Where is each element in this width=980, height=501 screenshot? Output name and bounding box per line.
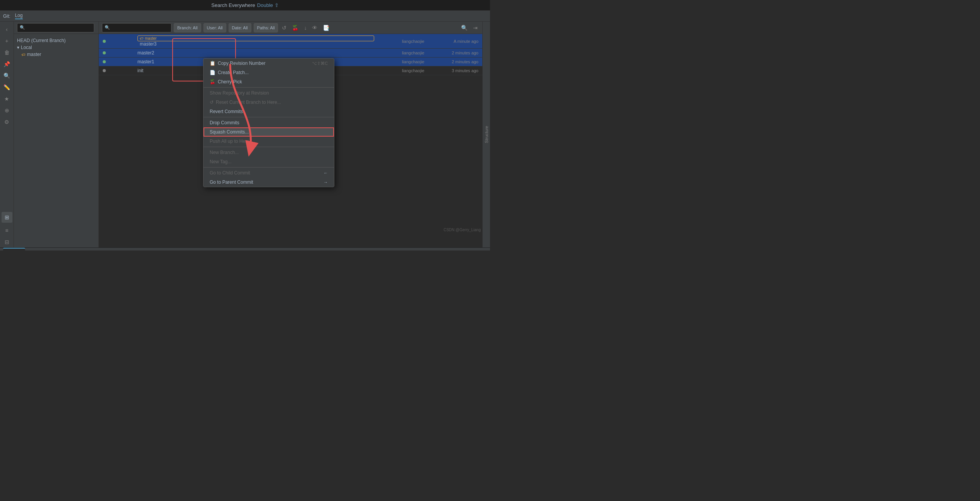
cherry-icon: 🍒 xyxy=(210,79,215,85)
commit-time: A minute ago xyxy=(428,39,478,44)
cherry-pick-label: Cherry-Pick xyxy=(218,79,242,85)
context-copy-revision[interactable]: 📋 Copy Revision Number ⌥⇧⌘C xyxy=(203,59,334,68)
eye-icon[interactable]: 👁 xyxy=(310,24,319,32)
date-filter[interactable]: Date: All xyxy=(229,23,251,32)
local-section[interactable]: ▾ Local xyxy=(14,44,98,51)
commit-graph-col xyxy=(103,40,134,43)
delete-button[interactable]: 🗑 xyxy=(2,47,12,58)
commit-graph-col xyxy=(103,69,134,72)
cherry-pick-icon[interactable]: 🍒 xyxy=(290,24,300,32)
tab-logcat[interactable]: ☰ Logcat xyxy=(175,248,204,250)
badge-label: master xyxy=(145,36,157,41)
goto-child-label: Go to Child Commit xyxy=(210,170,250,176)
context-menu: 📋 Copy Revision Number ⌥⇧⌘C 📄 Create Pat… xyxy=(203,58,334,187)
log-search-input[interactable] xyxy=(27,25,92,30)
context-drop[interactable]: Drop Commits xyxy=(203,118,334,127)
context-goto-child: Go to Child Commit ← xyxy=(203,168,334,178)
commit-search-input[interactable] xyxy=(112,25,169,30)
master-branch-item[interactable]: 🏷 master xyxy=(14,51,98,58)
copy-icon: 📋 xyxy=(210,61,215,66)
tab-git[interactable]: ⎇ Git xyxy=(3,248,25,250)
local-label: Local xyxy=(21,45,32,50)
refresh-icon[interactable]: ↺ xyxy=(280,24,288,32)
pin-button[interactable]: 📌 xyxy=(2,59,12,69)
copy-revision-label: Copy Revision Number xyxy=(218,61,265,66)
log-search-box[interactable]: 🔍 xyxy=(17,23,94,32)
show-repo-label: Show Repository at Revision xyxy=(210,90,269,96)
context-cherry-pick[interactable]: 🍒 Cherry-Pick xyxy=(203,77,334,86)
search-shortcut: Double ⇧ xyxy=(257,2,279,8)
separator-2 xyxy=(203,117,334,117)
log-tab[interactable]: Log xyxy=(15,13,23,19)
bookmark-icon[interactable]: 📑 xyxy=(321,24,331,32)
paths-filter[interactable]: Paths: All xyxy=(254,23,278,32)
commit-author: liangchaojie xyxy=(378,68,424,73)
separator-4 xyxy=(203,167,334,168)
commit-author: liangchaojie xyxy=(378,59,424,64)
back-button[interactable]: ‹ xyxy=(2,24,12,35)
commit-msg-text: master3 xyxy=(140,41,156,47)
tab-todo[interactable]: ☰ TODO xyxy=(27,248,55,250)
tab-app-inspection[interactable]: 📱 App Inspection xyxy=(127,248,174,250)
search-right-icon[interactable]: 🔍 xyxy=(459,24,469,32)
star-button[interactable]: ★ xyxy=(2,93,12,104)
commit-dot xyxy=(103,40,106,43)
table-row[interactable]: 🏷 master master3 liangchaojie A minute a… xyxy=(99,34,482,49)
create-patch-label: Create Patch... xyxy=(218,70,249,75)
layers-button[interactable]: ⊟ xyxy=(2,237,12,247)
expand-right-icon[interactable]: ⇥ xyxy=(471,24,479,32)
push-all-label: Push All up to Here... xyxy=(210,139,253,144)
drop-label: Drop Commits xyxy=(210,120,239,125)
content-toolbar: 🔍 xyxy=(14,22,98,34)
context-new-tag: New Tag... xyxy=(203,157,334,166)
commit-message: 🏷 master master3 xyxy=(137,36,374,47)
revert-label: Revert Commits xyxy=(210,109,243,114)
search-button[interactable]: 🔍 xyxy=(2,70,12,81)
left-panel: 🔍 HEAD (Current Branch) ▾ Local 🏷 master xyxy=(14,22,99,247)
tab-terminal[interactable]: ▶ Terminal xyxy=(93,248,125,250)
commit-dot xyxy=(103,60,106,63)
commit-dot xyxy=(103,69,106,72)
reset-icon: ↺ xyxy=(210,100,214,105)
structure-label[interactable]: Structure xyxy=(484,126,489,143)
copy-revision-shortcut: ⌥⇧⌘C xyxy=(312,61,328,66)
edit-button[interactable]: ✏️ xyxy=(2,82,12,93)
right-sidebar: Structure xyxy=(482,22,490,247)
commit-time: 2 minutes ago xyxy=(428,59,478,64)
commit-author: liangchaojie xyxy=(378,39,424,44)
merge-button[interactable]: ⊕ xyxy=(2,105,12,116)
context-show-repo: Show Repository at Revision xyxy=(203,88,334,98)
filter-button[interactable]: ≡ xyxy=(2,225,12,236)
tab-problems[interactable]: ⓘ Problems xyxy=(57,248,92,250)
table-row[interactable]: master2 liangchaojie 2 minutes ago xyxy=(99,49,482,58)
git-label: Git: xyxy=(3,14,10,19)
context-squash[interactable]: Squash Commits... xyxy=(203,127,334,137)
head-branch-item[interactable]: HEAD (Current Branch) xyxy=(14,37,98,44)
watermark: CSDN @Gerry_Liang xyxy=(444,228,481,232)
settings-button[interactable]: ⚙ xyxy=(2,117,12,127)
context-reset-branch: ↺ Reset Current Branch to Here... xyxy=(203,98,334,107)
commit-graph-col xyxy=(103,51,134,54)
branch-filter[interactable]: Branch: All xyxy=(174,23,201,32)
goto-parent-label: Go to Parent Commit xyxy=(210,179,253,185)
content-area: 🔍 Branch: All User: All Date: All Paths:… xyxy=(99,22,482,247)
master-tag-icon: 🏷 xyxy=(22,52,25,57)
context-create-patch[interactable]: 📄 Create Patch... xyxy=(203,68,334,77)
expand-icon: ▾ xyxy=(17,45,19,50)
context-revert[interactable]: Revert Commits xyxy=(203,107,334,116)
commit-time: 2 minutes ago xyxy=(428,51,478,55)
commit-message: master2 xyxy=(137,50,374,56)
commit-search-box[interactable]: 🔍 xyxy=(102,23,171,32)
context-goto-parent[interactable]: Go to Parent Commit → xyxy=(203,178,334,187)
patch-icon: 📄 xyxy=(210,70,215,75)
commit-author: liangchaojie xyxy=(378,51,424,55)
fetch-icon[interactable]: ↓ xyxy=(302,24,308,32)
head-branch-label: HEAD (Current Branch) xyxy=(17,38,66,43)
context-new-branch: New Branch... xyxy=(203,148,334,157)
commit-time: 3 minutes ago xyxy=(428,68,478,73)
commit-graph-col xyxy=(103,60,134,63)
add-button[interactable]: + xyxy=(2,36,12,46)
master-branch-label: master xyxy=(27,52,41,57)
structure-button[interactable]: ⊞ xyxy=(2,212,12,223)
user-filter[interactable]: User: All xyxy=(203,23,226,32)
